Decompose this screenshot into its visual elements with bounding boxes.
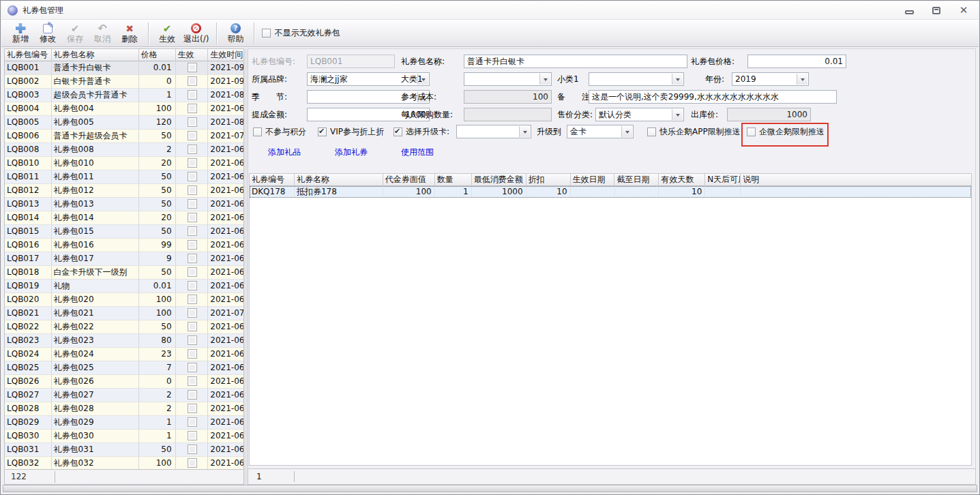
table-row[interactable]: LQB028礼券包02822021-06 bbox=[5, 402, 243, 416]
chevron-down-icon[interactable] bbox=[519, 126, 530, 137]
table-row[interactable]: LQB014礼券包014202021-06 bbox=[5, 211, 243, 225]
active-checkbox[interactable] bbox=[188, 376, 197, 386]
active-checkbox[interactable] bbox=[188, 363, 197, 372]
table-row[interactable]: DKQ178抵扣券178100110001010 bbox=[250, 186, 971, 198]
upgrade-card-checkbox[interactable] bbox=[394, 127, 402, 136]
no-points-option[interactable]: 不参与积分 bbox=[253, 126, 306, 137]
active-checkbox[interactable] bbox=[188, 445, 197, 454]
table-row[interactable]: LQB020礼券包0201002021-06 bbox=[5, 293, 243, 307]
active-checkbox[interactable] bbox=[188, 267, 197, 277]
table-row[interactable]: LQB017礼券包01792021-06 bbox=[5, 252, 243, 266]
voucher-column-header[interactable]: 礼券编号 bbox=[250, 174, 295, 186]
table-row[interactable]: LQB016礼券包016992021-06 bbox=[5, 239, 243, 252]
column-header-code[interactable]: 礼券包编号 bbox=[5, 49, 52, 61]
upgrade-card-dropdown[interactable] bbox=[456, 125, 531, 138]
table-row[interactable]: LQB019礼物0.012021-06 bbox=[5, 280, 243, 293]
active-checkbox[interactable] bbox=[188, 90, 197, 100]
year-dropdown[interactable]: 2019 bbox=[732, 72, 809, 86]
delete-button[interactable]: ✖ 删除 bbox=[116, 20, 143, 46]
exit-button[interactable]: 退出(/) bbox=[181, 20, 211, 46]
add-voucher-link[interactable]: 添加礼券 bbox=[335, 147, 368, 158]
voucher-column-header[interactable]: 最低消费金额 bbox=[472, 174, 526, 186]
table-row[interactable]: LQB005礼券包0051202021-08 bbox=[5, 116, 243, 130]
chevron-down-icon[interactable] bbox=[621, 126, 632, 137]
wecom-push-checkbox[interactable] bbox=[747, 127, 756, 136]
restore-button[interactable] bbox=[931, 6, 942, 15]
upgrade-card-option[interactable]: 选择升级卡: bbox=[394, 126, 449, 137]
active-checkbox[interactable] bbox=[188, 185, 197, 195]
voucher-column-header[interactable]: 截至日期 bbox=[614, 174, 659, 186]
table-row[interactable]: LQB015礼券包015502021-06 bbox=[5, 225, 243, 239]
voucher-column-header[interactable]: 礼券名称 bbox=[295, 174, 383, 186]
column-header-name[interactable]: 礼券包名称 bbox=[52, 49, 139, 61]
table-row[interactable]: LQB032礼券包0321002021-06 bbox=[5, 457, 243, 470]
active-checkbox[interactable] bbox=[188, 63, 197, 72]
active-checkbox[interactable] bbox=[188, 158, 197, 168]
chevron-down-icon[interactable] bbox=[797, 74, 807, 85]
voucher-column-header[interactable]: 有效天数 bbox=[659, 174, 705, 186]
table-row[interactable]: LQB003超级会员卡升普通卡12021-08 bbox=[5, 89, 243, 102]
active-checkbox[interactable] bbox=[188, 431, 197, 440]
name-field[interactable]: 普通卡升白银卡 bbox=[464, 55, 687, 68]
active-checkbox[interactable] bbox=[188, 335, 197, 345]
active-checkbox[interactable] bbox=[188, 308, 197, 318]
voucher-column-header[interactable]: 说明 bbox=[741, 174, 971, 186]
table-row[interactable]: LQB023礼券包023802021-06 bbox=[5, 334, 243, 348]
app-push-option[interactable]: 快乐企鹅APP限制推送 bbox=[647, 126, 741, 137]
table-row[interactable]: LQB018白金卡升级下一级别502021-06 bbox=[5, 266, 243, 280]
active-checkbox[interactable] bbox=[188, 199, 197, 209]
table-row[interactable]: LQB011礼券包011502021-06 bbox=[5, 170, 243, 184]
add-gift-link[interactable]: 添加礼品 bbox=[268, 147, 301, 158]
table-row[interactable]: LQB025礼券包02572021-06 bbox=[5, 361, 243, 375]
price-field[interactable]: 0.01 bbox=[747, 55, 846, 68]
table-row[interactable]: LQB029礼券包02912021-06 bbox=[5, 416, 243, 430]
table-row[interactable]: LQB012礼券包012502021-06 bbox=[5, 184, 243, 198]
active-checkbox[interactable] bbox=[188, 458, 197, 468]
voucher-column-header[interactable]: 折扣 bbox=[526, 174, 571, 186]
table-row[interactable]: LQB026礼券包02602021-06 bbox=[5, 375, 243, 389]
chevron-down-icon[interactable] bbox=[672, 109, 683, 120]
table-row[interactable]: LQB002白银卡升普通卡02021-09 bbox=[5, 75, 243, 89]
help-button[interactable]: ? 帮助 bbox=[222, 20, 249, 46]
active-checkbox[interactable] bbox=[188, 226, 197, 236]
active-checkbox[interactable] bbox=[188, 131, 197, 140]
voucher-column-header[interactable]: 代金券面值 bbox=[383, 174, 435, 186]
table-row[interactable]: LQB010礼券包010202021-06 bbox=[5, 157, 243, 170]
column-header-price[interactable]: 价格 bbox=[139, 49, 176, 61]
voucher-column-header[interactable]: N天后可用 bbox=[705, 174, 741, 186]
remark-field[interactable]: 这是一个说明,这个卖29999,水水水水水水水水水水 bbox=[589, 90, 837, 104]
chevron-down-icon[interactable] bbox=[539, 74, 550, 85]
active-checkbox[interactable] bbox=[188, 390, 197, 400]
active-checkbox[interactable] bbox=[188, 76, 197, 86]
voucher-column-header[interactable]: 数量 bbox=[435, 174, 472, 186]
category1-dropdown[interactable] bbox=[464, 72, 552, 86]
table-row[interactable]: LQB024礼券包024232021-06 bbox=[5, 348, 243, 361]
no-points-checkbox[interactable] bbox=[253, 127, 262, 136]
table-row[interactable]: LQB004礼券包0041002021-06 bbox=[5, 102, 243, 116]
chevron-down-icon[interactable] bbox=[672, 74, 683, 85]
active-checkbox[interactable] bbox=[188, 254, 197, 263]
minimize-button[interactable] bbox=[904, 6, 915, 15]
active-checkbox[interactable] bbox=[188, 240, 197, 250]
active-checkbox[interactable] bbox=[188, 213, 197, 222]
active-checkbox[interactable] bbox=[188, 172, 197, 181]
app-push-checkbox[interactable] bbox=[647, 127, 656, 136]
table-row[interactable]: LQB008礼券包00822021-06 bbox=[5, 143, 243, 157]
table-row[interactable]: LQB031礼券包031502021-06 bbox=[5, 443, 243, 457]
column-header-active[interactable]: 生效 bbox=[176, 49, 209, 61]
table-row[interactable]: LQB022礼券包022502021-06 bbox=[5, 320, 243, 334]
vip-discount-checkbox[interactable] bbox=[318, 127, 327, 136]
active-checkbox[interactable] bbox=[188, 281, 197, 290]
add-button[interactable]: 新增 bbox=[7, 20, 34, 46]
vip-discount-option[interactable]: VIP参与折上折 bbox=[318, 126, 384, 137]
active-checkbox[interactable] bbox=[188, 117, 197, 127]
table-row[interactable]: LQB030礼券包03012021-06 bbox=[5, 430, 243, 443]
active-checkbox[interactable] bbox=[188, 295, 197, 304]
voucher-column-header[interactable]: 生效日期 bbox=[571, 174, 615, 186]
upgrade-to-dropdown[interactable]: 金卡 bbox=[567, 125, 634, 138]
price-category-dropdown[interactable]: 默认分类 bbox=[595, 108, 684, 121]
active-checkbox[interactable] bbox=[188, 145, 197, 154]
active-checkbox[interactable] bbox=[188, 349, 197, 359]
table-row[interactable]: LQB006普通卡升超级会员卡502021-07 bbox=[5, 130, 243, 143]
edit-button[interactable]: 修改 bbox=[34, 20, 61, 46]
